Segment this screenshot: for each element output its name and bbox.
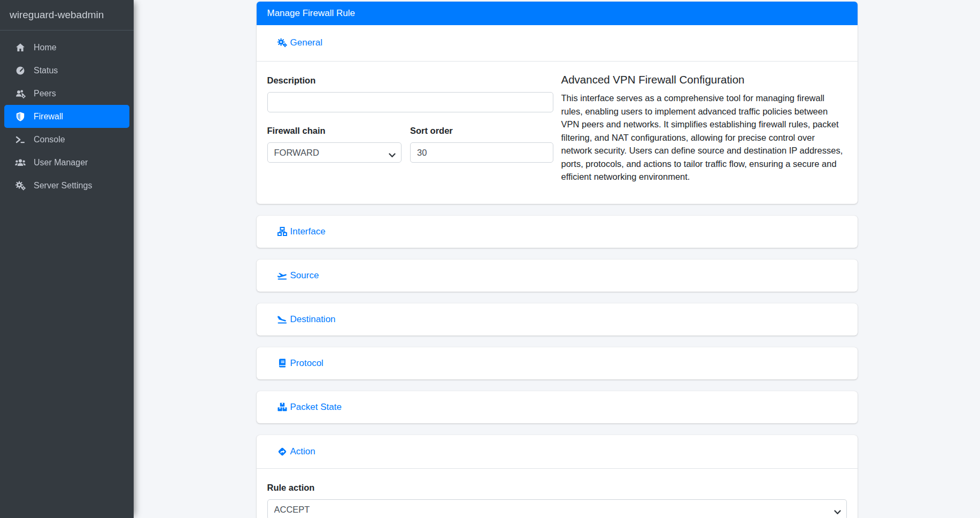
sidebar: wireguard-webadmin Home Status: [0, 0, 134, 518]
home-icon: [13, 43, 27, 52]
terminal-icon: [13, 135, 27, 144]
packet-state-card: Packet State: [257, 391, 858, 423]
sort-order-input[interactable]: [410, 142, 553, 163]
section-interface-label: Interface: [290, 226, 326, 237]
section-packet-state[interactable]: Packet State: [257, 391, 858, 423]
description-label: Description: [267, 75, 553, 86]
gauge-icon: [13, 66, 27, 75]
section-action[interactable]: Action: [257, 435, 858, 468]
section-packet-state-label: Packet State: [290, 402, 342, 413]
source-card: Source: [257, 260, 858, 292]
boxes-icon: [277, 402, 287, 412]
info-text: This interface serves as a comprehensive…: [561, 92, 847, 184]
sidebar-item-firewall[interactable]: Firewall: [4, 105, 129, 128]
main-content: Manage Firewall Rule: [134, 2, 980, 518]
sidebar-item-label: Console: [34, 135, 65, 144]
network-wired-icon: [277, 227, 287, 236]
section-destination-label: Destination: [290, 314, 336, 325]
users-icon: [13, 158, 27, 167]
book-icon: [277, 359, 287, 368]
interface-card: Interface: [257, 216, 858, 248]
diamond-turn-right-icon: [277, 447, 287, 456]
sidebar-item-peers[interactable]: Peers: [4, 82, 129, 105]
section-general[interactable]: General: [257, 25, 858, 61]
sidebar-item-console[interactable]: Console: [4, 128, 129, 151]
sidebar-item-status[interactable]: Status: [4, 59, 129, 82]
rule-action-select[interactable]: ACCEPT: [267, 499, 847, 518]
brand-link[interactable]: wireguard-webadmin: [0, 0, 134, 31]
info-heading: Advanced VPN Firewall Configuration: [561, 73, 847, 86]
rule-action-label: Rule action: [267, 483, 847, 493]
sidebar-item-label: Firewall: [34, 112, 63, 121]
card-title-bar: Manage Firewall Rule: [257, 2, 858, 25]
destination-card: Destination: [257, 303, 858, 336]
plane-departure-icon: [277, 271, 287, 280]
sidebar-item-label: User Manager: [34, 158, 88, 167]
firewall-chain-label: Firewall chain: [267, 126, 402, 136]
brand-text: wireguard-webadmin: [10, 9, 104, 21]
sidebar-item-label: Peers: [34, 89, 56, 98]
plane-arrival-icon: [277, 315, 287, 324]
sidebar-item-label: Status: [34, 66, 58, 75]
section-destination[interactable]: Destination: [257, 303, 858, 336]
firewall-rule-card: Manage Firewall Rule: [257, 2, 858, 204]
action-card: Action Rule action ACCEPT: [257, 435, 858, 518]
card-title: Manage Firewall Rule: [267, 8, 355, 19]
section-protocol-label: Protocol: [290, 358, 323, 369]
sidebar-nav: Home Status: [0, 31, 134, 202]
section-source-label: Source: [290, 270, 319, 281]
section-general-label: General: [290, 37, 322, 48]
sidebar-item-server-settings[interactable]: Server Settings: [4, 174, 129, 197]
section-protocol[interactable]: Protocol: [257, 347, 858, 379]
section-interface[interactable]: Interface: [257, 216, 858, 248]
sidebar-item-label: Server Settings: [34, 181, 92, 191]
users-gear-icon: [13, 89, 27, 98]
protocol-card: Protocol: [257, 347, 858, 379]
section-action-label: Action: [290, 446, 315, 457]
sort-order-label: Sort order: [410, 126, 553, 136]
gears-icon: [13, 181, 27, 191]
sidebar-item-label: Home: [34, 43, 57, 52]
sidebar-item-home[interactable]: Home: [4, 36, 129, 59]
section-source[interactable]: Source: [257, 260, 858, 292]
sidebar-item-user-manager[interactable]: User Manager: [4, 151, 129, 174]
description-input[interactable]: [267, 92, 553, 112]
shield-icon: [13, 112, 27, 121]
gears-icon: [277, 39, 287, 48]
firewall-chain-select[interactable]: FORWARD: [267, 142, 402, 163]
